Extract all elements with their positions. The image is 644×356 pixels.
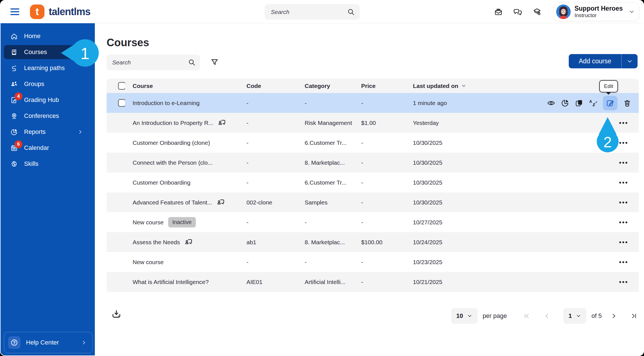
row-menu-icon[interactable] [619,218,628,227]
sidebar-item-groups[interactable]: Groups [4,77,91,91]
preview-icon[interactable] [547,99,555,107]
course-link[interactable]: An Introduction to Property R... [133,120,213,126]
page-title: Courses [107,37,149,49]
table-row[interactable]: Customer Onboarding - 6.Customer Tr... -… [107,173,639,192]
course-price: $100.00 [361,239,413,246]
last-page-button[interactable] [630,312,638,320]
svg-text:2: 2 [603,134,612,150]
course-link[interactable]: New course [133,219,164,226]
page-select[interactable]: 1 [563,308,586,324]
sidebar-item-grading-hub[interactable]: 4 Grading Hub [4,93,91,107]
table-row[interactable]: Introduction to e-Learning - - - 1 minut… [107,93,639,113]
course-code: - [246,100,305,106]
row-menu-icon[interactable] [619,118,628,128]
course-category: 6.Customer Tr... [305,179,361,186]
translate-icon[interactable] [589,99,597,107]
sidebar-item-reports[interactable]: Reports [4,125,91,139]
edit-button[interactable] [603,96,617,110]
course-link[interactable]: Customer Onboarding [133,179,191,186]
messages-icon[interactable] [494,8,503,16]
sidebar-item-label: Conferences [24,112,59,120]
talentlms-logo[interactable]: t talentlms [30,4,90,19]
first-page-button[interactable] [523,312,530,320]
logo-icon: t [30,4,44,19]
course-link[interactable]: New course [133,259,164,266]
global-search[interactable] [265,4,360,20]
table-row[interactable]: An Introduction to Property R... - Risk … [107,113,639,133]
course-link[interactable]: Connect with the Person (clo... [133,159,213,166]
table-row[interactable]: Advanced Features of Talent... 002-clone… [107,192,639,212]
conferences-icon [10,112,18,120]
reports-icon [10,128,18,136]
instructor-led-icon [184,238,193,246]
search-icon[interactable] [347,8,355,16]
table-row[interactable]: Connect with the Person (clo... - 8. Mar… [107,153,639,173]
course-price: - [361,199,413,206]
column-header-code[interactable]: Code [246,83,305,89]
global-search-input[interactable] [265,4,360,20]
course-search[interactable] [107,55,200,70]
chevron-down-icon [626,58,633,65]
page-count-label: of 5 [591,312,602,320]
sidebar-item-calendar[interactable]: 6 Calendar [4,141,91,155]
app-window: t talentlms [0,0,644,356]
skills-icon [10,160,18,168]
course-price: $1.00 [361,120,413,126]
course-category: - [305,219,361,226]
filter-icon[interactable] [210,58,219,67]
chevron-down-icon [576,313,581,319]
delete-icon[interactable] [623,99,631,107]
prev-page-button[interactable] [543,312,551,320]
column-header-price[interactable]: Price [361,83,413,89]
column-header-updated[interactable]: Last updated on [413,83,532,89]
sidebar-item-label: Groups [24,80,44,88]
row-menu-icon[interactable] [619,238,628,247]
help-center-button[interactable]: Help Center [4,332,93,353]
edit-icon [606,99,614,107]
row-menu-icon[interactable] [619,198,628,207]
sidebar-item-conferences[interactable]: Conferences [4,109,91,123]
search-icon[interactable] [188,59,196,66]
export-icon[interactable] [111,309,122,320]
row-checkbox[interactable] [118,99,125,107]
clone-icon[interactable] [575,99,583,107]
discussions-icon[interactable] [513,8,522,16]
user-menu[interactable]: Support Heroes Instructor [554,3,639,21]
course-updated: 10/24/2025 [413,239,532,246]
row-menu-icon[interactable] [619,138,628,148]
add-course-button[interactable]: Add course [569,54,638,68]
row-menu-icon[interactable] [619,277,628,287]
course-search-input[interactable] [107,55,200,70]
course-price: - [361,100,413,106]
current-page-value: 1 [568,312,572,320]
row-menu-icon[interactable] [619,257,628,267]
notification-badge: 6 [15,140,22,148]
table-row[interactable]: New course Inactive - - - 10/27/2025 [107,212,639,232]
course-price: - [361,179,413,186]
add-course-dropdown[interactable] [621,54,638,68]
course-link[interactable]: Advanced Features of Talent... [133,199,212,206]
course-link[interactable]: Introduction to e-Learning [133,100,199,106]
edit-tooltip: Edit [599,80,618,92]
sidebar-item-skills[interactable]: Skills [4,157,91,171]
row-menu-icon[interactable] [619,158,628,167]
course-updated: 10/30/2025 [413,139,532,146]
table-row[interactable]: What is Artificial Intelligence? AIE01 A… [107,272,639,292]
table-row[interactable]: Assess the Needs ab1 8. Marketplac... $1… [107,232,639,252]
reports-icon[interactable] [561,99,569,107]
course-store-icon[interactable] [533,8,541,16]
select-all-checkbox[interactable] [118,82,125,90]
menu-toggle-button[interactable] [10,8,19,15]
course-code: AIE01 [246,279,305,285]
course-link[interactable]: What is Artificial Intelligence? [133,279,209,285]
course-link[interactable]: Assess the Needs [133,239,180,246]
next-page-button[interactable] [610,312,617,320]
column-header-course[interactable]: Course [125,83,246,89]
per-page-select[interactable]: 10 [451,308,478,324]
table-row[interactable]: Customer Onboarding (clone) - 6.Customer… [107,133,639,153]
chevron-down-icon [629,9,635,15]
row-menu-icon[interactable] [619,178,628,187]
course-link[interactable]: Customer Onboarding (clone) [133,139,210,146]
column-header-category[interactable]: Category [305,83,361,89]
table-row[interactable]: New course - - - 10/23/2025 [107,252,639,272]
